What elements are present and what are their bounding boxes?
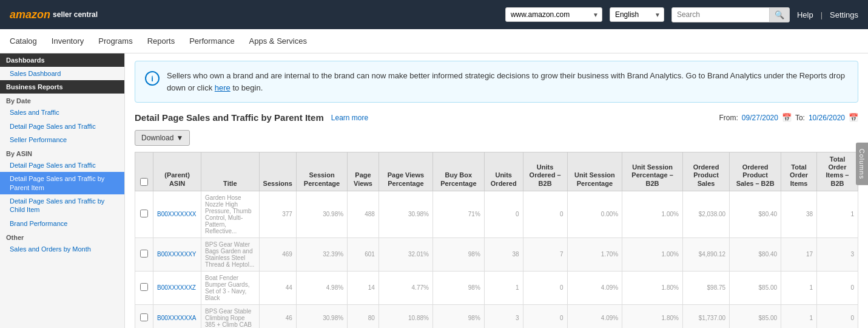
select-all-checkbox[interactable]	[140, 178, 148, 186]
top-bar: amazon seller central www.amazon.com ▼ E…	[0, 0, 868, 29]
sidebar-item-sales-dashboard[interactable]: Sales Dashboard	[0, 67, 124, 80]
row-pv-pct: 30.98%	[378, 191, 432, 237]
row-sessions: 44	[259, 271, 296, 304]
row-title: BPS Gear Stable Climbing Rope 385 + Clim…	[201, 304, 260, 328]
nav-apps-services[interactable]: Apps & Services	[249, 30, 307, 52]
sidebar-other-label: Other	[0, 230, 124, 242]
sidebar-item-asin-child[interactable]: Detail Page Sales and Traffic by Child I…	[0, 194, 124, 217]
row-op-sales-b2b: $85.00	[730, 304, 781, 328]
sidebar-dashboards-title: Dashboards	[0, 53, 124, 67]
sidebar-item-sales-orders[interactable]: Sales and Orders by Month	[0, 242, 124, 256]
row-asin: B00XXXXXXY	[153, 237, 201, 271]
nav-performance[interactable]: Performance	[189, 30, 234, 52]
header-sessions: Sessions	[259, 152, 296, 191]
to-date: 10/26/2020	[809, 114, 845, 122]
table-row: B00XXXXXXA BPS Gear Stable Climbing Rope…	[135, 304, 858, 328]
table-wrap: (Parent) ASIN Title Sessions Session Per…	[135, 152, 858, 328]
row-unit-session-b2b: 1.00%	[622, 237, 683, 271]
row-checkbox-cell[interactable]	[135, 304, 153, 328]
row-pv-pct: 32.01%	[378, 237, 432, 271]
table-row: B00XXXXXXZ Boat Fender Bumper Guards, Se…	[135, 271, 858, 304]
row-sessions: 377	[259, 191, 296, 237]
domain-select[interactable]: www.amazon.com	[505, 7, 602, 22]
row-checkbox[interactable]	[140, 250, 148, 258]
row-checkbox-cell[interactable]	[135, 271, 153, 304]
row-checkbox-cell[interactable]	[135, 191, 153, 237]
page-title-area: Detail Page Sales and Traffic by Parent …	[135, 112, 368, 123]
language-select[interactable]: English	[610, 7, 664, 22]
download-arrow-icon: ▼	[176, 134, 183, 142]
info-banner: i Sellers who own a brand and are intern…	[135, 61, 858, 103]
search-input[interactable]	[672, 8, 769, 21]
language-selector-wrap: English ▼	[610, 7, 664, 22]
row-sessions: 469	[259, 237, 296, 271]
row-op-sales-b2b: $85.00	[730, 271, 781, 304]
download-label: Download	[141, 134, 173, 142]
search-button[interactable]: 🔍	[769, 8, 789, 22]
download-button[interactable]: Download ▼	[135, 130, 190, 146]
row-session-pct: 32.39%	[296, 237, 347, 271]
row-op-sales-b2b: $80.40	[730, 191, 781, 237]
row-checkbox[interactable]	[140, 313, 148, 321]
logo-amazon-text: amazon	[10, 9, 50, 21]
row-page-views: 80	[348, 304, 379, 328]
page-header: Detail Page Sales and Traffic by Parent …	[135, 112, 858, 123]
nav-reports[interactable]: Reports	[147, 30, 175, 52]
row-op-sales: $1,737.00	[682, 304, 729, 328]
info-icon: i	[145, 71, 160, 86]
row-session-pct: 30.98%	[296, 191, 347, 237]
header-total-items-b2b: Total Order Items – B2B	[817, 152, 858, 191]
sidebar-item-asin-detail[interactable]: Detail Page Sales and Traffic	[0, 159, 124, 172]
row-pv-pct: 4.77%	[378, 271, 432, 304]
info-here-link[interactable]: here	[215, 83, 230, 92]
table-row: B00XXXXXXX Garden Hose Nozzle High Press…	[135, 191, 858, 237]
row-unit-session: 0.00%	[567, 191, 622, 237]
row-checkbox[interactable]	[140, 283, 148, 291]
from-calendar-icon[interactable]: 📅	[782, 113, 792, 122]
info-banner-text: Sellers who own a brand and are internal…	[167, 70, 848, 94]
header-page-views: Page Views	[348, 152, 379, 191]
row-total-items: 1	[781, 304, 817, 328]
header-total-items: Total Order Items	[781, 152, 817, 191]
sidebar-item-brand-perf[interactable]: Brand Performance	[0, 217, 124, 230]
sidebar-item-seller-perf[interactable]: Seller Performance	[0, 133, 124, 146]
row-checkbox[interactable]	[140, 210, 148, 217]
row-buybox: 71%	[432, 191, 484, 237]
table-row: B00XXXXXXY BPS Gear Water Bags Garden an…	[135, 237, 858, 271]
to-calendar-icon[interactable]: 📅	[849, 113, 858, 122]
nav-catalog[interactable]: Catalog	[10, 30, 37, 52]
top-bar-links: Help | Settings	[797, 10, 858, 19]
row-session-pct: 30.98%	[296, 304, 347, 328]
header-parent-asin: (Parent) ASIN	[153, 152, 201, 191]
row-page-views: 488	[348, 191, 379, 237]
row-total-items: 38	[781, 191, 817, 237]
search-wrap: 🔍	[671, 7, 790, 22]
row-title: Garden Hose Nozzle High Pressure, Thumb …	[201, 191, 260, 237]
row-units: 1	[484, 271, 523, 304]
row-sessions: 46	[259, 304, 296, 328]
help-link[interactable]: Help	[797, 10, 813, 19]
info-text-part2: to begin.	[230, 83, 263, 92]
sidebar-item-detail-page-sales[interactable]: Detail Page Sales and Traffic	[0, 120, 124, 133]
row-page-views: 601	[348, 237, 379, 271]
row-unit-session: 4.09%	[567, 271, 622, 304]
header-op-sales-b2b: Ordered Product Sales – B2B	[730, 152, 781, 191]
nav-inventory[interactable]: Inventory	[52, 30, 84, 52]
sidebar-item-asin-parent[interactable]: Detail Page Sales and Traffic by Parent …	[0, 172, 124, 194]
header-title: Title	[201, 152, 260, 191]
sidebar-item-sales-traffic[interactable]: Sales and Traffic	[0, 106, 124, 119]
logo-seller-central: seller central	[53, 10, 98, 19]
row-title: BPS Gear Water Bags Garden and Stainless…	[201, 237, 260, 271]
settings-link[interactable]: Settings	[830, 10, 858, 19]
row-total-items-b2b: 1	[817, 191, 858, 237]
nav-programs[interactable]: Programs	[98, 30, 132, 52]
columns-toggle[interactable]: Columns	[856, 143, 868, 185]
row-asin: B00XXXXXXZ	[153, 271, 201, 304]
row-pv-pct: 10.88%	[378, 304, 432, 328]
row-op-sales: $2,038.00	[682, 191, 729, 237]
page-title: Detail Page Sales and Traffic by Parent …	[135, 112, 324, 123]
learn-more-link[interactable]: Learn more	[331, 114, 368, 122]
link-separator: |	[821, 10, 823, 19]
content-area: i Sellers who own a brand and are intern…	[125, 53, 868, 328]
row-checkbox-cell[interactable]	[135, 237, 153, 271]
